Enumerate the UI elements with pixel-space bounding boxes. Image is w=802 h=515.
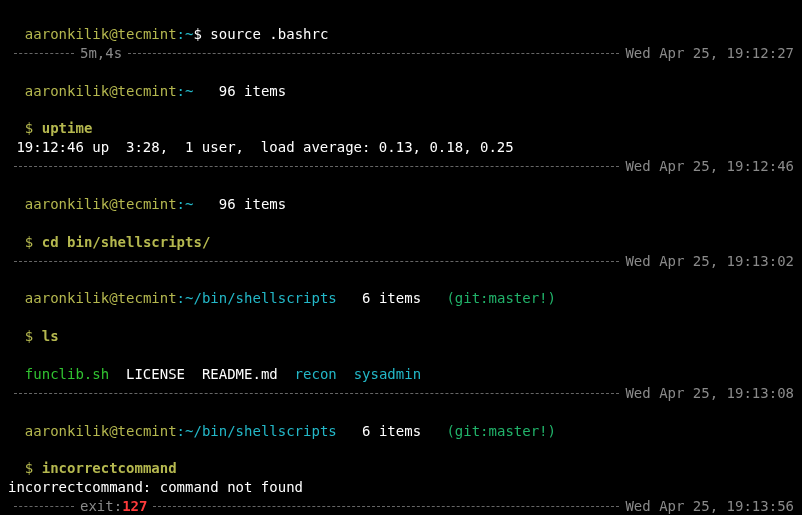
ls-output: funclib.sh LICENSE README.md recon sysad… xyxy=(8,346,794,384)
elapsed: 5m,4s xyxy=(80,44,122,63)
uptime-output: 19:12:46 up 3:28, 1 user, load average: … xyxy=(8,138,794,157)
separator-1: Wed Apr 25, 19:12:46 xyxy=(8,157,794,176)
prompt-line-4-cmd: $ incorrectcommand xyxy=(8,440,794,478)
git-status: (git:master!) xyxy=(446,290,556,306)
command: cd bin/shellscripts/ xyxy=(42,234,211,250)
separator-0: 5m,4s Wed Apr 25, 19:12:27 xyxy=(8,44,794,63)
timestamp: Wed Apr 25, 19:12:27 xyxy=(625,44,794,63)
timestamp: Wed Apr 25, 19:13:08 xyxy=(625,384,794,403)
separator-2: Wed Apr 25, 19:13:02 xyxy=(8,252,794,271)
rule xyxy=(128,53,619,54)
file-exec: funclib.sh xyxy=(25,366,109,382)
command: incorrectcommand xyxy=(42,460,177,476)
prompt-line-3-header: aaronkilik@tecmint:~/bin/shellscripts 6 … xyxy=(8,270,794,308)
user: aaronkilik xyxy=(25,26,109,42)
command: uptime xyxy=(42,120,93,136)
prompt-line-3-cmd: $ ls xyxy=(8,308,794,346)
file: LICENSE xyxy=(126,366,185,382)
prompt-line-2-cmd: $ cd bin/shellscripts/ xyxy=(8,214,794,252)
separator-4: exit: 127 Wed Apr 25, 19:13:56 xyxy=(8,497,794,515)
prompt-line-1-header: aaronkilik@tecmint:~ 96 items xyxy=(8,63,794,101)
timestamp: Wed Apr 25, 19:13:02 xyxy=(625,252,794,271)
rule-left xyxy=(14,53,74,54)
file: README.md xyxy=(202,366,278,382)
exit-code: 127 xyxy=(122,497,147,515)
prompt-line-1-cmd: $ uptime xyxy=(8,100,794,138)
item-count: 96 items xyxy=(219,83,286,99)
timestamp: Wed Apr 25, 19:12:46 xyxy=(625,157,794,176)
command: source .bashrc xyxy=(210,26,328,42)
command: ls xyxy=(42,328,59,344)
separator-3: Wed Apr 25, 19:13:08 xyxy=(8,384,794,403)
prompt-line-0: aaronkilik@tecmint:~$ source .bashrc xyxy=(8,6,794,44)
host: tecmint xyxy=(118,26,177,42)
timestamp: Wed Apr 25, 19:13:56 xyxy=(625,497,794,515)
prompt-line-4-header: aaronkilik@tecmint:~/bin/shellscripts 6 … xyxy=(8,403,794,441)
prompt-line-2-header: aaronkilik@tecmint:~ 96 items xyxy=(8,176,794,214)
directory: sysadmin xyxy=(354,366,421,382)
exit-label: exit: xyxy=(80,497,122,515)
directory: recon xyxy=(295,366,337,382)
error-output: incorrectcommand: command not found xyxy=(8,478,794,497)
